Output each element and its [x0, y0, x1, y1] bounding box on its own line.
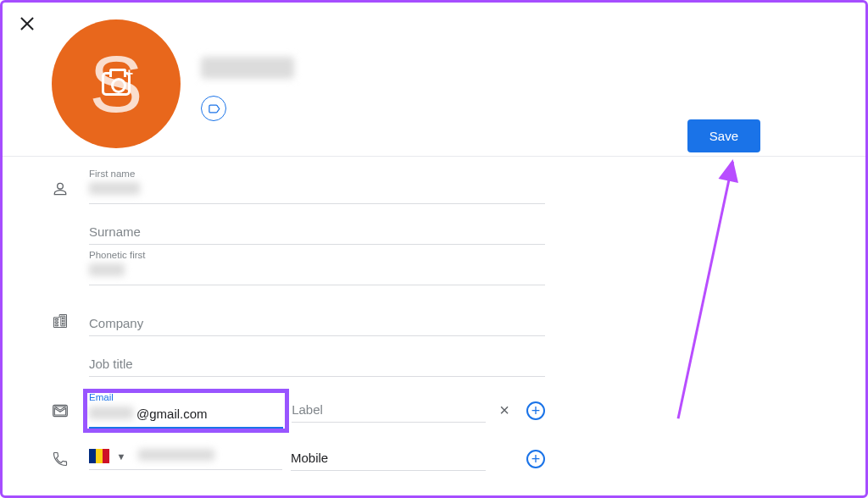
surname-field[interactable] — [89, 209, 545, 245]
phonetic-first-input[interactable] — [89, 262, 545, 285]
company-icon — [52, 313, 89, 336]
phone-field[interactable]: ▼ — [89, 448, 282, 470]
add-label-button[interactable] — [201, 96, 226, 121]
country-flag-romania — [89, 449, 109, 463]
phone-value-redacted — [138, 449, 214, 461]
country-dropdown[interactable]: ▼ — [116, 451, 125, 462]
first-name-label: First name — [89, 169, 135, 179]
phonetic-first-value-redacted — [89, 263, 125, 276]
avatar-upload[interactable]: S + — [52, 19, 181, 148]
email-label-field[interactable] — [292, 399, 486, 423]
email-field[interactable]: Email @gmail.com — [89, 392, 283, 429]
email-label-input[interactable] — [292, 399, 486, 423]
notes-field[interactable] — [89, 491, 545, 498]
first-name-field[interactable]: First name — [89, 169, 545, 204]
first-name-input[interactable] — [89, 180, 545, 204]
first-name-value-redacted — [89, 182, 140, 195]
header: S + Save — [3, 3, 865, 157]
job-title-input[interactable] — [89, 353, 545, 377]
phonetic-first-label: Phonetic first — [89, 250, 145, 260]
phonetic-first-field[interactable]: Phonetic first — [89, 250, 545, 285]
header-name-area — [201, 57, 294, 121]
company-field[interactable] — [89, 301, 545, 336]
phone-label-input[interactable] — [291, 447, 486, 471]
email-suffix: @gmail.com — [136, 407, 208, 421]
annotation-arrow — [677, 162, 734, 419]
label-icon — [208, 102, 220, 115]
contact-name-redacted — [201, 57, 294, 79]
add-phone-button[interactable]: + — [526, 450, 545, 468]
surname-input[interactable] — [89, 221, 545, 245]
camera-icon: + — [102, 72, 131, 96]
phone-icon — [52, 451, 89, 468]
contact-form: First name Phonetic first — [3, 157, 545, 498]
phone-label-field[interactable] — [291, 447, 486, 471]
email-prefix-redacted — [89, 407, 133, 419]
email-label: Email — [89, 392, 114, 402]
clear-email-button[interactable]: × — [492, 397, 516, 423]
email-icon — [52, 402, 89, 419]
person-icon — [52, 180, 89, 204]
add-email-button[interactable]: + — [526, 401, 545, 420]
company-input[interactable] — [89, 313, 545, 336]
save-button[interactable]: Save — [687, 119, 760, 152]
job-title-field[interactable] — [89, 341, 545, 377]
